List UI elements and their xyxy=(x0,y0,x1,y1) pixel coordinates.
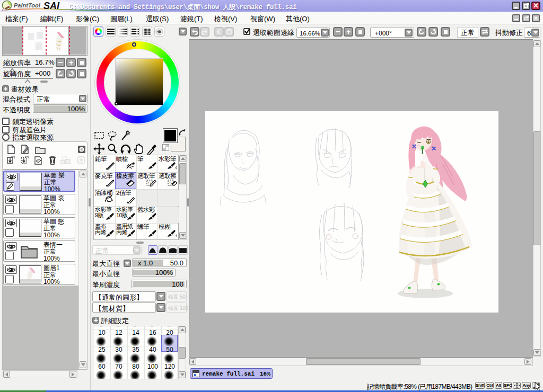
svg-text:SAI: SAI xyxy=(43,1,60,11)
svg-text:S: S xyxy=(170,181,172,185)
svg-text:PaintTool: PaintTool xyxy=(14,2,41,8)
